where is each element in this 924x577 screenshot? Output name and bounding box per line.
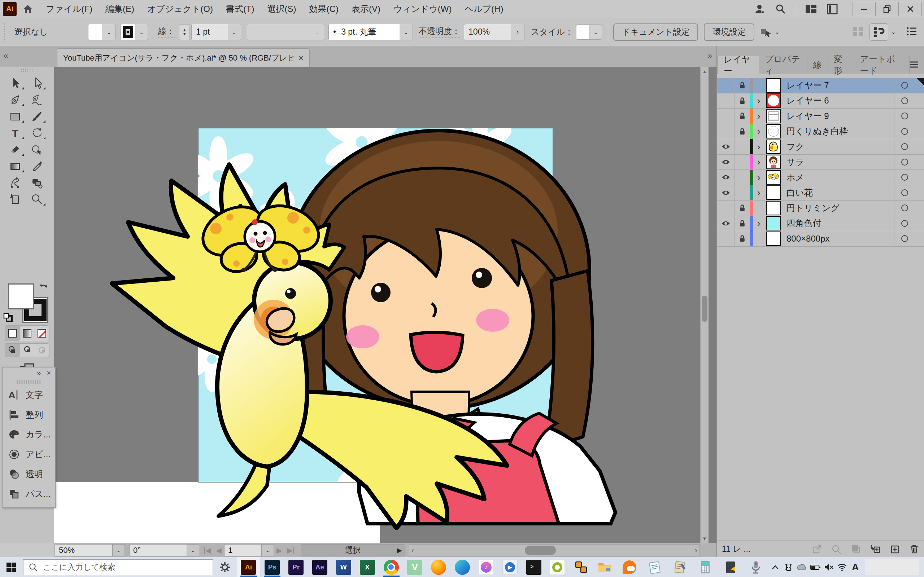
target-icon[interactable] (894, 216, 915, 231)
document-setup-button[interactable]: ドキュメント設定 (613, 23, 698, 41)
visibility-toggle[interactable] (717, 93, 735, 108)
arrange-documents-icon[interactable] (852, 26, 864, 39)
lock-toggle[interactable] (735, 139, 750, 154)
layer-row[interactable]: › フク (717, 139, 924, 155)
target-icon[interactable] (894, 185, 915, 200)
taskbar-word[interactable]: W (332, 557, 355, 577)
close-button[interactable] (899, 2, 922, 16)
tab-transform[interactable]: 変形 (828, 56, 855, 74)
layer-name[interactable]: 円くりぬき白枠 (783, 126, 894, 137)
vertical-scroll-thumb[interactable] (702, 296, 708, 322)
lock-toggle[interactable] (735, 124, 750, 139)
layer-row[interactable]: 800×800px (717, 231, 924, 247)
layer-name[interactable]: レイヤー 9 (783, 110, 894, 122)
layer-thumbnail[interactable] (764, 216, 783, 230)
stroke-width-stepper[interactable]: ▲▼ (179, 24, 190, 40)
menu-select[interactable]: 選択(S) (267, 3, 296, 15)
target-icon[interactable] (894, 124, 915, 139)
layer-row[interactable]: 円トリミング (717, 200, 924, 216)
lock-toggle[interactable] (735, 200, 750, 216)
expand-icon[interactable]: › (753, 218, 764, 229)
target-icon[interactable] (894, 139, 915, 154)
taskbar-file-explorer[interactable] (593, 557, 617, 577)
expand-icon[interactable]: › (753, 126, 764, 137)
taskbar-v-app[interactable]: V (403, 557, 426, 577)
tab-properties[interactable]: プロパティ (759, 56, 808, 74)
lock-toggle[interactable] (735, 93, 750, 108)
menu-help[interactable]: ヘルプ(H) (465, 3, 503, 15)
gradient-button[interactable] (20, 326, 35, 341)
tool-eyedropper[interactable] (26, 158, 48, 174)
status-expand-icon[interactable]: ▶ (397, 546, 402, 554)
vertical-scrollbar[interactable]: ▲ ▼ (700, 67, 709, 543)
tool-direct-selection[interactable] (26, 75, 48, 92)
lock-toggle[interactable] (735, 216, 750, 231)
scroll-left-icon[interactable]: ‹ (412, 546, 414, 554)
panel-item-color[interactable]: カラ... (3, 424, 55, 444)
menu-view[interactable]: 表示(V) (352, 3, 380, 15)
menu-object[interactable]: オブジェクト(O) (147, 3, 213, 15)
layer-name[interactable]: フク (783, 141, 894, 153)
tool-artboard[interactable] (4, 191, 26, 208)
expand-icon[interactable]: › (753, 172, 764, 183)
restore-button[interactable] (876, 2, 899, 16)
layer-name[interactable]: サラ (783, 156, 894, 168)
last-artboard-icon[interactable]: ▶| (287, 546, 294, 554)
taskbar-excel[interactable]: X (355, 557, 380, 577)
prev-artboard-icon[interactable]: ◀ (216, 546, 221, 554)
layer-row[interactable]: › サラ (717, 155, 924, 170)
layer-name[interactable]: レイヤー 7 (783, 80, 894, 91)
close-icon[interactable]: × (47, 369, 51, 377)
expand-icon[interactable]: › (753, 156, 764, 167)
expand-icon[interactable]: › (753, 111, 764, 121)
collect-export-icon[interactable] (812, 544, 822, 554)
visibility-toggle[interactable] (717, 124, 735, 139)
tray-organizer[interactable] (667, 557, 693, 577)
dock-collapse-left[interactable]: « (3, 51, 8, 61)
scroll-down-icon[interactable]: ▼ (701, 534, 709, 543)
tab-stroke[interactable]: 線 (808, 56, 828, 74)
search-icon[interactable] (775, 3, 786, 15)
layer-name[interactable]: 四角色付 (783, 218, 894, 229)
taskbar-media-player[interactable]: ▶ (498, 557, 522, 577)
taskbar-chrome[interactable] (380, 557, 403, 577)
expand-icon[interactable]: › (753, 95, 764, 106)
taskbar-illustrator[interactable]: Ai (237, 557, 261, 577)
target-icon[interactable] (894, 231, 915, 246)
panel-grip[interactable] (17, 380, 41, 384)
draw-behind-button[interactable] (20, 344, 35, 357)
width-profile-dropdown[interactable]: ⌄ (247, 24, 324, 40)
layer-row[interactable]: › レイヤー 6 (717, 93, 924, 109)
taskbar-terminal[interactable]: >_ (522, 557, 546, 577)
status-display[interactable]: 選択 ▶ (300, 544, 405, 556)
menu-type[interactable]: 書式(T) (226, 3, 254, 15)
panel-item-align[interactable]: 整列 (3, 405, 55, 424)
layer-row[interactable]: レイヤー 7 (717, 78, 924, 93)
lock-toggle[interactable] (735, 78, 750, 93)
lock-toggle[interactable] (735, 155, 750, 170)
visibility-toggle[interactable] (717, 108, 735, 124)
taskbar-premiere[interactable]: Pr (284, 557, 308, 577)
fill-swatch[interactable] (89, 24, 103, 40)
layer-row[interactable]: › 白い花 (717, 185, 924, 201)
tool-rectangle[interactable] (4, 108, 26, 125)
hidden-icons-chevron[interactable] (769, 557, 782, 577)
visibility-toggle[interactable] (717, 216, 735, 231)
start-button[interactable] (3, 557, 19, 577)
tool-shaper[interactable] (26, 141, 48, 158)
layer-thumbnail[interactable] (764, 124, 783, 139)
tray-microphone[interactable] (743, 557, 769, 577)
select-similar-dropdown[interactable]: ⌄ (759, 26, 779, 39)
layer-thumbnail[interactable] (764, 170, 783, 185)
artboard-dropdown-icon[interactable]: ⌄ (262, 544, 274, 556)
taskbar-itunes[interactable]: ♪ (474, 557, 498, 577)
panel-grip[interactable] (3, 23, 6, 42)
layer-thumbnail[interactable] (764, 232, 783, 246)
layer-thumbnail[interactable] (764, 201, 783, 215)
canvas-area[interactable]: ▲ ▼ (54, 67, 716, 543)
tool-curvature[interactable] (26, 92, 48, 108)
none-button[interactable] (34, 326, 49, 341)
layer-thumbnail[interactable] (764, 185, 783, 200)
layer-name[interactable]: レイヤー 6 (783, 95, 894, 106)
tool-paintbrush[interactable] (26, 108, 48, 125)
